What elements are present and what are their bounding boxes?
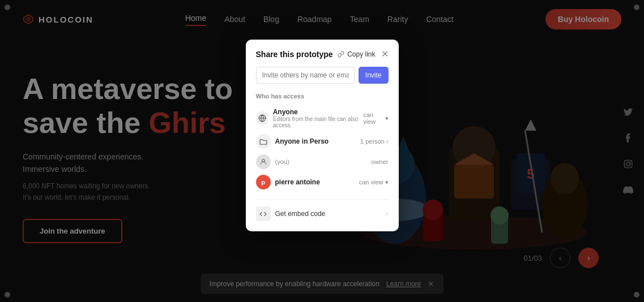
- access-left-anyone: Anyone Editors from the main file can al…: [256, 108, 364, 128]
- embed-chevron-icon: ›: [386, 210, 389, 218]
- embed-icon: [256, 206, 271, 221]
- corner-dot-tl: [5, 5, 10, 10]
- globe-icon: [256, 111, 268, 126]
- access-row-perso: Anyone in Perso 1 person ›: [256, 131, 389, 152]
- chevron-down-icon: ▾: [385, 115, 389, 122]
- embed-left: Get embed code: [256, 206, 326, 221]
- embed-label: Get embed code: [275, 210, 326, 218]
- owner-badge: owner: [372, 158, 389, 165]
- access-left-collaborator: p pierre antoine: [256, 175, 320, 189]
- perso-name: Anyone in Perso: [275, 137, 329, 145]
- current-user-label: (you): [275, 158, 289, 165]
- anyone-name: Anyone: [273, 108, 363, 116]
- corner-dot-bl: [5, 292, 10, 297]
- anyone-sub: Editors from the main file can also acce…: [273, 116, 363, 128]
- modal-title: Share this prototype: [256, 50, 333, 59]
- current-user-avatar: [256, 154, 271, 169]
- copy-link-button[interactable]: Copy link: [338, 50, 375, 58]
- chevron-right-perso-icon: ›: [386, 138, 389, 145]
- collaborator-permission[interactable]: can view ▾: [359, 179, 389, 186]
- access-info-current: (you): [275, 158, 289, 165]
- access-row-current-user: (you) owner: [256, 152, 389, 172]
- embed-row[interactable]: Get embed code ›: [256, 206, 389, 221]
- modal-header: Share this prototype Copy link ✕: [256, 50, 389, 59]
- chevron-down-collab-icon: ▾: [385, 179, 389, 186]
- access-info-collaborator: pierre antoine: [275, 178, 320, 186]
- perso-permission[interactable]: 1 person ›: [360, 138, 388, 145]
- access-info-anyone: Anyone Editors from the main file can al…: [273, 108, 363, 128]
- share-modal: Share this prototype Copy link ✕ Invite …: [246, 40, 399, 231]
- access-row-collaborator: p pierre antoine can view ▾: [256, 172, 389, 192]
- modal-divider: [256, 199, 389, 200]
- link-icon: [338, 51, 344, 58]
- who-has-access-label: Who has access: [256, 93, 389, 100]
- invite-button[interactable]: Invite: [359, 67, 389, 84]
- access-row-anyone: Anyone Editors from the main file can al…: [256, 105, 389, 131]
- modal-close-button[interactable]: ✕: [381, 50, 389, 59]
- collaborator-avatar: p: [256, 175, 271, 189]
- access-left-current: (you): [256, 154, 289, 169]
- corner-dot-tr: [634, 5, 639, 10]
- folder-icon: [256, 134, 271, 149]
- copy-link-label: Copy link: [347, 50, 375, 58]
- invite-row: Invite: [256, 67, 389, 84]
- invite-input[interactable]: [256, 67, 355, 84]
- modal-overlay[interactable]: Share this prototype Copy link ✕ Invite …: [0, 0, 644, 302]
- anyone-permission[interactable]: can view ▾: [363, 111, 388, 125]
- access-left-perso: Anyone in Perso: [256, 134, 329, 149]
- modal-header-right: Copy link ✕: [338, 50, 388, 59]
- corner-dot-br: [634, 292, 639, 297]
- collaborator-name: pierre antoine: [275, 178, 320, 186]
- access-info-perso: Anyone in Perso: [275, 137, 329, 145]
